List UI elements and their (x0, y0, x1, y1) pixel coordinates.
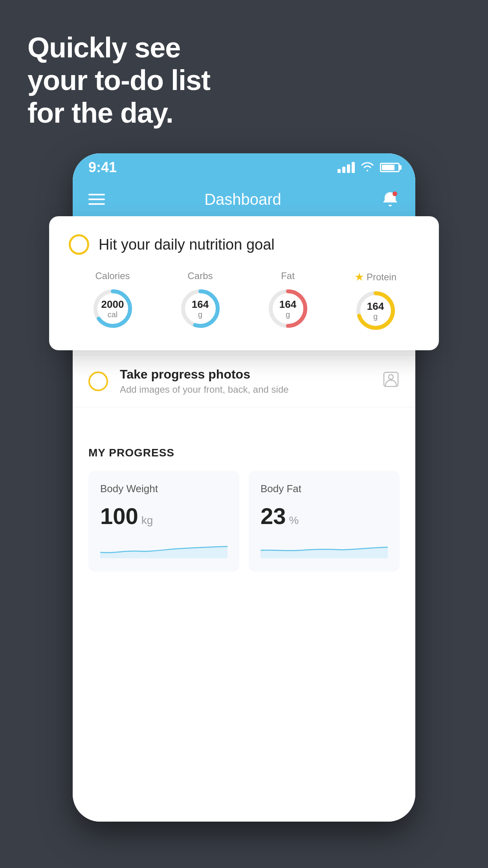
body-fat-value-row: 23 % (261, 503, 388, 529)
check-circle (88, 371, 108, 391)
list-item-text: Take progress photos Add images of your … (120, 367, 371, 395)
status-bar: 9:41 (73, 153, 415, 182)
nutrition-item-fat: Fat 164 g (266, 270, 310, 330)
nutrition-row: Calories 2000 cal Carbs (69, 270, 419, 332)
svg-point-0 (393, 191, 397, 196)
menu-button[interactable] (88, 194, 105, 205)
star-icon: ★ (354, 270, 364, 283)
signal-icon (338, 162, 355, 173)
body-weight-card[interactable]: Body Weight 100 kg (88, 471, 239, 572)
calories-donut: 2000 cal (91, 287, 134, 330)
progress-title: MY PROGRESS (88, 447, 400, 459)
body-weight-unit: kg (141, 514, 153, 527)
list-item-subtitle: Add images of your front, back, and side (120, 384, 371, 395)
body-fat-sparkline (261, 539, 388, 558)
body-fat-card[interactable]: Body Fat 23 % (249, 471, 400, 572)
notifications-button[interactable] (381, 190, 400, 209)
body-fat-unit: % (289, 514, 299, 527)
carbs-value: 164 g (192, 299, 209, 319)
calories-label: Calories (95, 270, 130, 281)
body-weight-label: Body Weight (100, 483, 227, 495)
hero-text: Quickly see your to-do list for the day. (28, 31, 210, 129)
body-weight-value: 100 (100, 503, 138, 529)
progress-cards: Body Weight 100 kg Body Fat 23 % (88, 471, 400, 572)
fat-donut: 164 g (266, 287, 310, 330)
carbs-label: Carbs (187, 270, 213, 281)
status-time: 9:41 (88, 159, 117, 176)
card-title: Hit your daily nutrition goal (99, 236, 275, 253)
protein-donut: 164 g (354, 289, 397, 332)
nutrition-item-carbs: Carbs 164 g (179, 270, 222, 330)
progress-section: MY PROGRESS Body Weight 100 kg Bod (73, 431, 415, 587)
status-icons (338, 161, 400, 174)
wifi-icon (360, 161, 374, 174)
body-fat-value: 23 (261, 503, 286, 529)
svg-point-5 (389, 375, 393, 379)
protein-label-row: ★ Protein (354, 270, 396, 283)
body-weight-sparkline (100, 539, 227, 558)
fat-value: 164 g (279, 299, 296, 319)
nutrition-card: Hit your daily nutrition goal Calories 2… (49, 216, 439, 350)
protein-label: Protein (367, 272, 396, 283)
carbs-donut: 164 g (179, 287, 222, 330)
body-weight-value-row: 100 kg (100, 503, 227, 529)
person-icon (382, 371, 400, 392)
nutrition-item-calories: Calories 2000 cal (91, 270, 134, 330)
protein-value: 164 g (367, 301, 384, 321)
nav-title: Dashboard (204, 191, 281, 208)
nutrition-item-protein: ★ Protein 164 g (354, 270, 397, 332)
battery-icon (380, 163, 400, 172)
card-header: Hit your daily nutrition goal (69, 234, 419, 255)
card-circle-check (69, 234, 89, 255)
fat-label: Fat (281, 270, 295, 281)
list-item-title: Take progress photos (120, 367, 371, 382)
nav-bar: Dashboard (73, 182, 415, 217)
calories-value: 2000 cal (101, 299, 124, 319)
body-fat-label: Body Fat (261, 483, 388, 495)
list-item[interactable]: Take progress photos Add images of your … (73, 355, 415, 407)
